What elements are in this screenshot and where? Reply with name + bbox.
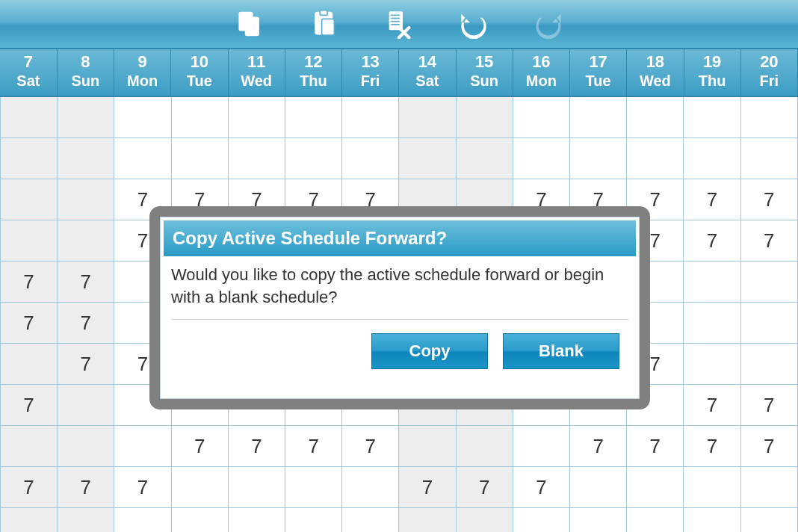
- schedule-cell[interactable]: [114, 426, 171, 467]
- header-day[interactable]: 9Mon: [114, 49, 171, 96]
- schedule-cell[interactable]: [58, 220, 114, 262]
- schedule-cell[interactable]: [171, 508, 228, 533]
- schedule-cell[interactable]: [342, 96, 399, 138]
- schedule-cell[interactable]: [684, 262, 740, 303]
- schedule-cell[interactable]: [740, 303, 797, 344]
- header-day[interactable]: 19Thu: [684, 49, 740, 96]
- schedule-cell[interactable]: [58, 179, 114, 220]
- copy-icon[interactable]: [235, 9, 265, 39]
- schedule-cell[interactable]: [456, 96, 513, 138]
- schedule-cell[interactable]: [740, 508, 797, 533]
- schedule-cell[interactable]: [285, 138, 342, 179]
- schedule-cell[interactable]: [513, 426, 569, 467]
- schedule-cell[interactable]: [285, 96, 342, 138]
- schedule-cell[interactable]: 7: [342, 426, 399, 467]
- schedule-cell[interactable]: [684, 96, 740, 138]
- paste-icon[interactable]: [309, 9, 339, 39]
- schedule-cell[interactable]: [684, 508, 740, 533]
- schedule-cell[interactable]: [1, 96, 58, 138]
- schedule-cell[interactable]: [114, 138, 171, 179]
- schedule-cell[interactable]: [570, 138, 627, 179]
- header-day[interactable]: 17Tue: [570, 49, 627, 96]
- schedule-cell[interactable]: [684, 467, 740, 508]
- schedule-cell[interactable]: 7: [171, 426, 228, 467]
- header-day[interactable]: 7Sat: [0, 49, 57, 96]
- schedule-cell[interactable]: [399, 508, 456, 533]
- schedule-cell[interactable]: 7: [456, 467, 513, 508]
- schedule-cell[interactable]: 7: [740, 385, 797, 426]
- schedule-cell[interactable]: [570, 467, 627, 508]
- schedule-cell[interactable]: [58, 138, 114, 179]
- blank-button[interactable]: Blank: [503, 333, 619, 369]
- header-day[interactable]: 8Sun: [57, 49, 114, 96]
- schedule-cell[interactable]: [740, 344, 797, 385]
- schedule-cell[interactable]: 7: [58, 262, 114, 303]
- schedule-cell[interactable]: [114, 508, 171, 533]
- schedule-cell[interactable]: [228, 467, 285, 508]
- schedule-cell[interactable]: [285, 467, 342, 508]
- schedule-cell[interactable]: [228, 138, 285, 179]
- schedule-cell[interactable]: [342, 508, 399, 533]
- header-day[interactable]: 15Sun: [456, 49, 513, 96]
- header-day[interactable]: 14Sat: [399, 49, 456, 96]
- schedule-cell[interactable]: 7: [285, 426, 342, 467]
- schedule-cell[interactable]: [627, 96, 684, 138]
- header-day[interactable]: 13Fri: [342, 49, 399, 96]
- schedule-cell[interactable]: [342, 138, 399, 179]
- delete-icon[interactable]: [384, 9, 414, 39]
- schedule-cell[interactable]: [58, 426, 114, 467]
- schedule-cell[interactable]: [1, 426, 58, 467]
- schedule-cell[interactable]: 7: [58, 467, 114, 508]
- header-day[interactable]: 10Tue: [171, 49, 228, 96]
- schedule-cell[interactable]: [684, 303, 740, 344]
- schedule-cell[interactable]: [684, 344, 740, 385]
- schedule-cell[interactable]: [627, 508, 684, 533]
- schedule-cell[interactable]: [456, 426, 513, 467]
- schedule-cell[interactable]: [513, 96, 569, 138]
- header-day[interactable]: 18Wed: [627, 49, 684, 96]
- schedule-cell[interactable]: 7: [740, 220, 797, 262]
- schedule-cell[interactable]: [1, 508, 58, 533]
- schedule-cell[interactable]: [58, 508, 114, 533]
- schedule-cell[interactable]: [513, 138, 569, 179]
- schedule-cell[interactable]: [740, 262, 797, 303]
- schedule-cell[interactable]: [456, 508, 513, 533]
- schedule-cell[interactable]: [570, 508, 627, 533]
- schedule-cell[interactable]: 7: [684, 220, 740, 262]
- schedule-cell[interactable]: [285, 508, 342, 533]
- copy-button[interactable]: Copy: [371, 333, 488, 369]
- header-day[interactable]: 12Thu: [285, 49, 341, 96]
- schedule-cell[interactable]: [456, 138, 513, 179]
- schedule-cell[interactable]: 7: [1, 262, 58, 303]
- schedule-cell[interactable]: 7: [570, 426, 627, 467]
- header-day[interactable]: 11Wed: [228, 49, 285, 96]
- schedule-cell[interactable]: [171, 96, 228, 138]
- schedule-cell[interactable]: 7: [684, 426, 740, 467]
- schedule-cell[interactable]: 7: [58, 344, 114, 385]
- schedule-cell[interactable]: [740, 96, 797, 138]
- schedule-cell[interactable]: [399, 96, 456, 138]
- header-day[interactable]: 16Mon: [513, 49, 569, 96]
- schedule-cell[interactable]: [58, 385, 114, 426]
- schedule-cell[interactable]: [740, 467, 797, 508]
- schedule-cell[interactable]: 7: [627, 426, 684, 467]
- schedule-cell[interactable]: [114, 96, 171, 138]
- schedule-cell[interactable]: 7: [58, 303, 114, 344]
- schedule-cell[interactable]: [1, 344, 58, 385]
- schedule-cell[interactable]: [627, 138, 684, 179]
- schedule-cell[interactable]: 7: [1, 303, 58, 344]
- schedule-cell[interactable]: 7: [740, 426, 797, 467]
- schedule-cell[interactable]: [171, 138, 228, 179]
- schedule-cell[interactable]: [228, 96, 285, 138]
- schedule-cell[interactable]: 7: [114, 467, 171, 508]
- schedule-cell[interactable]: [513, 508, 569, 533]
- schedule-cell[interactable]: [399, 426, 456, 467]
- header-day[interactable]: 20Fri: [740, 49, 797, 96]
- schedule-cell[interactable]: [684, 138, 740, 179]
- schedule-cell[interactable]: [228, 508, 285, 533]
- schedule-cell[interactable]: 7: [1, 467, 58, 508]
- schedule-cell[interactable]: [1, 220, 58, 262]
- schedule-cell[interactable]: [570, 96, 627, 138]
- schedule-cell[interactable]: 7: [399, 467, 456, 508]
- schedule-cell[interactable]: 7: [1, 385, 58, 426]
